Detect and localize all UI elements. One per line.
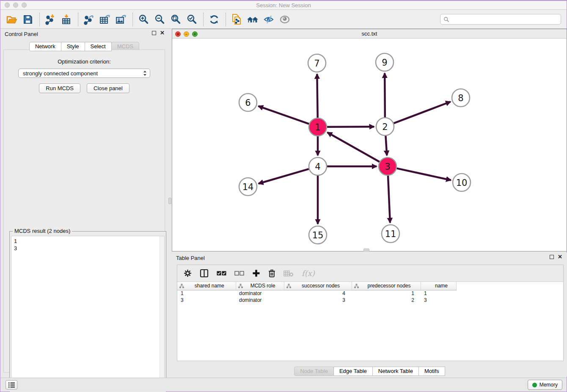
- network-window-titlebar[interactable]: ✕ − + scc.txt: [172, 29, 567, 39]
- result-scrollbar[interactable]: [160, 236, 164, 391]
- graph-edge-2-3[interactable]: [385, 136, 387, 155]
- network-view-window: ✕ − + scc.txt 7968124314101511: [172, 29, 567, 251]
- graph-edge-2-9[interactable]: [385, 73, 385, 117]
- optimization-criterion-label: Optimization criterion:: [4, 58, 165, 65]
- save-session-icon[interactable]: [22, 13, 34, 26]
- table-cell[interactable]: 4: [284, 290, 352, 297]
- tab-node-table[interactable]: Node Table: [294, 367, 334, 376]
- column-header-MCDS-role[interactable]: MCDS role: [236, 282, 284, 290]
- column-header-shared-name[interactable]: shared name: [177, 282, 236, 290]
- task-history-button[interactable]: [6, 380, 17, 389]
- graph-edge-3-10[interactable]: [396, 168, 451, 180]
- tab-network-table[interactable]: Network Table: [372, 367, 419, 376]
- duplicate-network-icon[interactable]: [230, 13, 243, 26]
- mcds-result-text[interactable]: 1 3: [11, 236, 165, 391]
- memory-status-icon: [532, 383, 537, 387]
- memory-button[interactable]: Memory: [528, 380, 562, 390]
- graph-node-label-7: 7: [314, 58, 319, 69]
- graph-edge-3-11[interactable]: [388, 176, 390, 223]
- search-icon: [443, 17, 449, 22]
- table-options-icon[interactable]: [184, 269, 192, 277]
- close-panel-button[interactable]: Close panel: [87, 83, 129, 93]
- graph-edge-1-6[interactable]: [259, 106, 309, 124]
- table-cell[interactable]: dominator: [236, 290, 284, 297]
- close-panel-icon[interactable]: ✕: [160, 31, 165, 35]
- mcds-result-title: MCDS result (2 nodes): [13, 228, 72, 234]
- table-cell[interactable]: 1: [177, 290, 236, 297]
- graph-node-label-3: 3: [385, 162, 390, 172]
- mcds-panel: Optimization criterion: strongly connect…: [3, 50, 165, 373]
- graph-edge-4-14[interactable]: [259, 169, 309, 184]
- export-image-icon[interactable]: [115, 13, 127, 26]
- export-table-icon[interactable]: [99, 13, 111, 26]
- search-input[interactable]: [449, 16, 561, 22]
- table-panel-title: Table Panel: [176, 255, 205, 261]
- table-cell[interactable]: 3: [421, 297, 456, 304]
- search-box[interactable]: [440, 14, 561, 25]
- toolbar-separator: [203, 13, 204, 26]
- table-panel: Table Panel ✕: [172, 253, 567, 377]
- add-column-icon[interactable]: [252, 269, 260, 277]
- table-cell[interactable]: 1: [421, 290, 456, 297]
- graph-edge-3-1[interactable]: [328, 133, 380, 162]
- export-network-icon[interactable]: [83, 13, 95, 26]
- table-cell[interactable]: 3: [177, 297, 236, 304]
- graph-edge-1-7[interactable]: [317, 74, 317, 118]
- import-network-icon[interactable]: [44, 13, 57, 26]
- main-toolbar: [0, 10, 567, 29]
- optimization-criterion-select[interactable]: strongly connected component: [18, 69, 150, 78]
- select-all-columns-icon[interactable]: [217, 271, 226, 276]
- application-window: Session: New Session: [0, 0, 567, 392]
- import-table-icon[interactable]: [60, 13, 73, 26]
- birds-eye-view-icon[interactable]: [278, 13, 291, 26]
- zoom-fit-icon[interactable]: [169, 13, 182, 26]
- tab-select[interactable]: Select: [85, 42, 112, 51]
- network-canvas[interactable]: 7968124314101511: [172, 39, 567, 251]
- close-table-panel-icon[interactable]: ✕: [558, 255, 562, 259]
- float-table-panel-icon[interactable]: [550, 255, 554, 259]
- list-icon: [8, 382, 15, 388]
- delete-column-icon[interactable]: [268, 269, 275, 278]
- selected-criterion: strongly connected component: [23, 70, 143, 77]
- table-cell[interactable]: 2: [352, 297, 421, 304]
- graph-edge-2-8[interactable]: [394, 102, 451, 123]
- zoom-in-icon[interactable]: [137, 13, 150, 26]
- table-row[interactable]: 3dominator323: [177, 297, 456, 304]
- zoom-selected-icon[interactable]: [185, 13, 198, 26]
- vertical-splitter-handle[interactable]: [168, 198, 171, 204]
- tab-network[interactable]: Network: [29, 42, 61, 51]
- column-header-name[interactable]: name: [421, 282, 456, 290]
- deselect-all-columns-icon[interactable]: [234, 271, 244, 276]
- window-title: Session: New Session: [0, 2, 567, 8]
- open-session-icon[interactable]: [6, 13, 18, 26]
- window-titlebar: Session: New Session: [0, 1, 567, 10]
- graph-node-label-6: 6: [245, 98, 250, 108]
- table-cell[interactable]: dominator: [236, 297, 284, 304]
- apply-preferred-layout-icon[interactable]: [208, 13, 220, 26]
- table-cell[interactable]: 3: [284, 297, 352, 304]
- graph-edge-1-2[interactable]: [327, 127, 374, 127]
- graph-node-label-2: 2: [382, 122, 388, 132]
- tab-style[interactable]: Style: [61, 42, 85, 51]
- graph-node-label-14: 14: [242, 182, 254, 192]
- control-panel-title: Control Panel: [5, 31, 38, 37]
- graph-node-label-1: 1: [315, 122, 320, 133]
- graph-node-label-8: 8: [458, 93, 463, 103]
- horizontal-splitter-handle[interactable]: [363, 248, 369, 251]
- zoom-out-icon[interactable]: [153, 13, 166, 26]
- column-header-successor-nodes[interactable]: successor nodes: [284, 282, 352, 290]
- tab-edge-table[interactable]: Edge Table: [333, 367, 373, 376]
- function-builder-icon: f(x): [302, 269, 315, 278]
- delete-table-icon: [284, 270, 294, 277]
- toggle-graphics-details-icon[interactable]: [262, 13, 275, 26]
- table-cell[interactable]: 1: [352, 290, 421, 297]
- graph-node-label-4: 4: [315, 162, 320, 172]
- graph-node-label-15: 15: [312, 230, 324, 240]
- float-panel-icon[interactable]: [152, 31, 156, 35]
- tab-motifs[interactable]: Motifs: [418, 367, 445, 376]
- column-header-predecessor-nodes[interactable]: predecessor nodes: [352, 282, 421, 290]
- table-row[interactable]: 1dominator411: [177, 290, 456, 297]
- run-mcds-button[interactable]: Run MCDS: [39, 83, 80, 93]
- show-home-icon[interactable]: [246, 13, 259, 26]
- show-column-icon[interactable]: [200, 269, 209, 278]
